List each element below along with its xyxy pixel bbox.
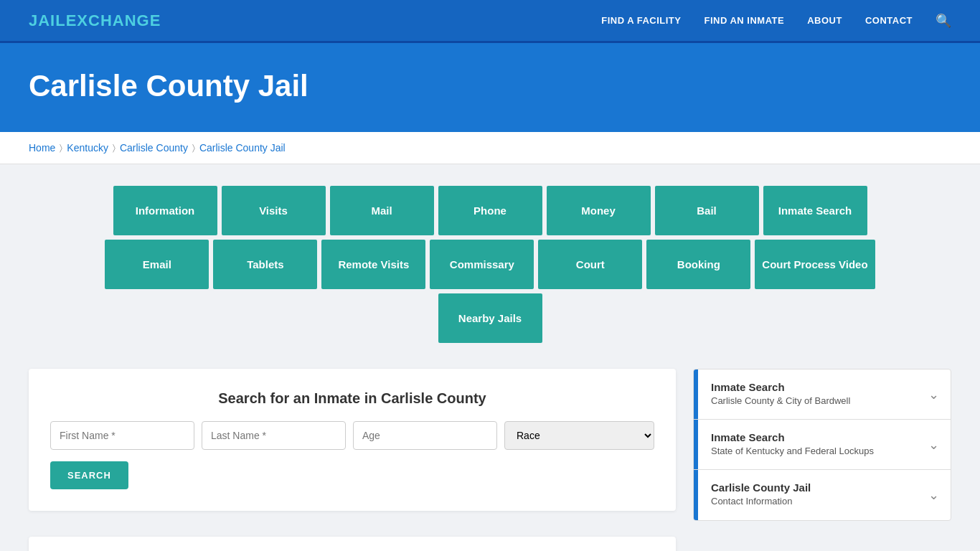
tile-court[interactable]: Court [538, 240, 642, 289]
tile-row-2: Email Tablets Remote Visits Commissary C… [105, 240, 875, 289]
tile-email[interactable]: Email [105, 240, 209, 289]
tile-money[interactable]: Money [547, 186, 651, 235]
tile-tablets[interactable]: Tablets [213, 240, 317, 289]
tile-row-3: Nearby Jails [438, 293, 542, 343]
tile-inmate-search[interactable]: Inmate Search [763, 186, 867, 235]
tile-row-1: Information Visits Mail Phone Money Bail… [113, 186, 867, 235]
breadcrumb-county[interactable]: Carlisle County [120, 142, 188, 154]
breadcrumb-home[interactable]: Home [29, 142, 55, 154]
breadcrumb-sep1: 〉 [60, 143, 62, 153]
inmate-search-form: Search for an Inmate in Carlisle County … [29, 369, 676, 511]
search-icon[interactable]: 🔍 [936, 13, 951, 29]
nav-links: FIND A FACILITY FIND AN INMATE ABOUT CON… [601, 13, 951, 29]
tile-mail[interactable]: Mail [330, 186, 434, 235]
search-fields: Race White Black Hispanic Asian Other [50, 421, 654, 450]
panel-body-inmate-local: Inmate Search Carlisle County & City of … [698, 369, 917, 419]
panel-chevron-contact[interactable]: ⌄ [917, 470, 951, 519]
panel-title-contact: Carlisle County Jail [711, 481, 904, 494]
tile-court-process-video[interactable]: Court Process Video [755, 240, 875, 289]
panel-chevron-inmate-state[interactable]: ⌄ [917, 420, 951, 469]
page-title: Carlisle County Jail [29, 69, 951, 103]
breadcrumb-kentucky[interactable]: Kentucky [67, 142, 108, 154]
panel-chevron-inmate-local[interactable]: ⌄ [917, 369, 951, 419]
panel-body-inmate-state: Inmate Search State of Kentucky and Fede… [698, 420, 917, 469]
bottom-section: Search for an Inmate in Carlisle County … [29, 369, 951, 551]
sidebar-panels: Inmate Search Carlisle County & City of … [693, 369, 951, 521]
panel-item-contact: Carlisle County Jail Contact Information… [694, 470, 951, 519]
tile-booking[interactable]: Booking [646, 240, 750, 289]
main-content: Information Visits Mail Phone Money Bail… [0, 164, 980, 551]
breadcrumb-sep3: 〉 [192, 143, 195, 153]
panel-title-inmate-local: Inmate Search [711, 381, 904, 393]
logo-part2: EXCHANGE [66, 11, 161, 29]
panel-title-inmate-state: Inmate Search [711, 431, 904, 443]
tile-nearby-jails[interactable]: Nearby Jails [438, 293, 542, 343]
panel-item-inmate-state: Inmate Search State of Kentucky and Fede… [694, 420, 951, 470]
panel-body-contact: Carlisle County Jail Contact Information [698, 470, 917, 519]
left-column: Search for an Inmate in Carlisle County … [29, 369, 676, 551]
nav-find-facility[interactable]: FIND A FACILITY [601, 15, 681, 26]
tile-commissary[interactable]: Commissary [430, 240, 534, 289]
age-input[interactable] [353, 421, 497, 450]
nav-contact[interactable]: CONTACT [865, 15, 913, 26]
breadcrumb: Home 〉 Kentucky 〉 Carlisle County 〉 Carl… [0, 132, 980, 164]
tile-bail[interactable]: Bail [655, 186, 759, 235]
first-name-input[interactable] [50, 421, 194, 450]
logo[interactable]: JAILEXCHANGE [29, 11, 161, 30]
tile-phone[interactable]: Phone [438, 186, 542, 235]
search-form-title: Search for an Inmate in Carlisle County [50, 390, 654, 407]
tile-information[interactable]: Information [113, 186, 217, 235]
nav-about[interactable]: ABOUT [807, 15, 842, 26]
tile-grid: Information Visits Mail Phone Money Bail… [29, 186, 951, 347]
breadcrumb-sep2: 〉 [113, 143, 116, 153]
info-section: Carlisle County Jail Information [29, 537, 676, 551]
last-name-input[interactable] [202, 421, 346, 450]
logo-part1: JAIL [29, 11, 66, 29]
panel-subtitle-inmate-local: Carlisle County & City of Bardwell [711, 395, 904, 408]
hero-section: Carlisle County Jail [0, 43, 980, 132]
search-button[interactable]: SEARCH [50, 461, 128, 489]
race-select[interactable]: Race White Black Hispanic Asian Other [504, 421, 654, 450]
panel-subtitle-inmate-state: State of Kentucky and Federal Lockups [711, 445, 904, 458]
tile-remote-visits[interactable]: Remote Visits [321, 240, 425, 289]
panel-subtitle-contact: Contact Information [711, 495, 904, 508]
nav-find-inmate[interactable]: FIND AN INMATE [704, 15, 784, 26]
navbar: JAILEXCHANGE FIND A FACILITY FIND AN INM… [0, 0, 980, 43]
breadcrumb-jail[interactable]: Carlisle County Jail [199, 142, 286, 154]
panel-item-inmate-local: Inmate Search Carlisle County & City of … [694, 369, 951, 420]
tile-visits[interactable]: Visits [222, 186, 326, 235]
